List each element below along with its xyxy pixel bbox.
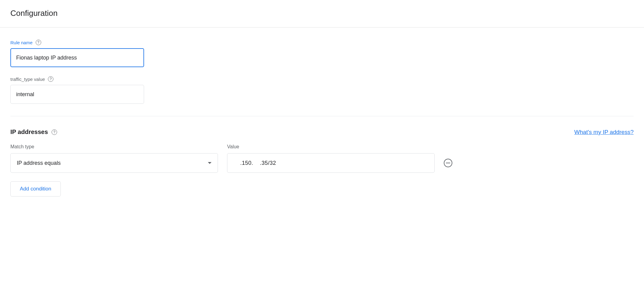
ip-section-title-wrap: IP addresses ? — [10, 128, 57, 136]
rule-name-label: Rule name — [10, 40, 33, 45]
match-type-selected-value: IP address equals — [17, 160, 61, 166]
rule-name-label-row: Rule name ? — [10, 40, 634, 45]
ip-section-title: IP addresses — [10, 128, 48, 136]
rule-name-field-group: Rule name ? — [10, 40, 634, 67]
condition-row: IP address equals — [10, 153, 634, 173]
divider — [10, 116, 634, 116]
traffic-type-label-row: traffic_type value ? — [10, 76, 634, 82]
ip-columns-header: Match type Value — [10, 144, 634, 150]
match-type-column-label: Match type — [10, 144, 218, 150]
divider — [0, 27, 644, 27]
add-condition-button[interactable]: Add condition — [10, 181, 61, 197]
match-type-select[interactable]: IP address equals — [10, 153, 218, 173]
help-icon[interactable]: ? — [36, 40, 41, 45]
ip-value-input[interactable] — [227, 153, 435, 173]
traffic-type-label: traffic_type value — [10, 77, 45, 82]
remove-condition-icon[interactable] — [444, 159, 452, 167]
page-title: Configuration — [10, 9, 634, 18]
help-icon[interactable]: ? — [48, 76, 53, 82]
whats-my-ip-link[interactable]: What's my IP address? — [574, 129, 634, 136]
ip-section-header: IP addresses ? What's my IP address? — [10, 128, 634, 136]
chevron-down-icon — [208, 162, 212, 164]
rule-name-input[interactable] — [10, 48, 144, 67]
value-column-label: Value — [227, 144, 435, 150]
traffic-type-field-group: traffic_type value ? — [10, 76, 634, 104]
help-icon[interactable]: ? — [52, 129, 57, 135]
traffic-type-input[interactable] — [10, 85, 144, 104]
